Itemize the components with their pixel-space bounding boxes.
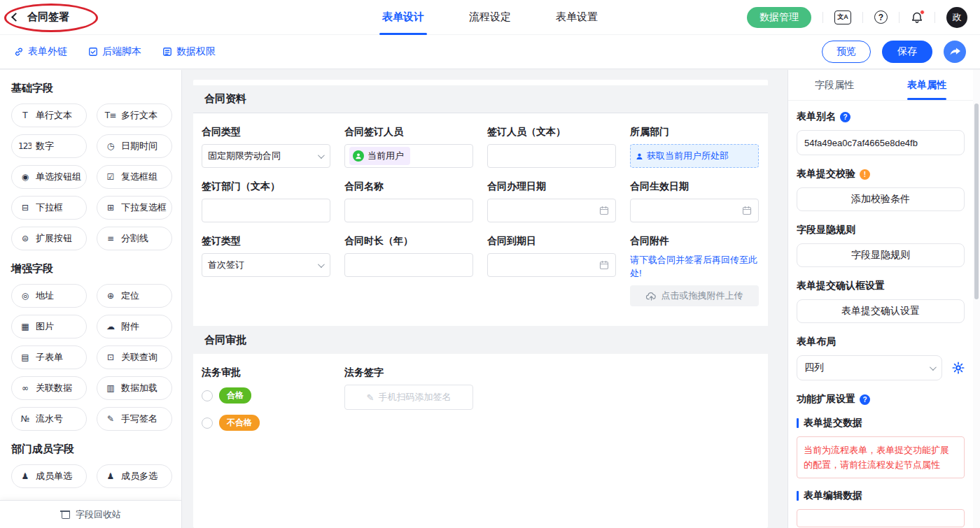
radio-icon[interactable] bbox=[202, 390, 213, 401]
field-effective-date: 合同生效日期 bbox=[630, 168, 759, 222]
data-permission-label: 数据权限 bbox=[176, 45, 216, 58]
back-icon[interactable] bbox=[11, 13, 20, 22]
help-circle-icon[interactable]: ? bbox=[840, 112, 850, 122]
field-type-attachment[interactable]: ☁附件 bbox=[97, 315, 172, 338]
field-label: 合同类型 bbox=[202, 126, 330, 138]
sign-type-select[interactable]: 首次签订 bbox=[202, 253, 330, 277]
field-sign-type: 签订类型 首次签订 bbox=[202, 222, 330, 306]
field-type-datetime[interactable]: ◷日期时间 bbox=[97, 134, 172, 158]
tab-form-setting[interactable]: 表单设置 bbox=[553, 0, 601, 35]
share-button[interactable] bbox=[944, 41, 966, 63]
data-permission-button[interactable]: 数据权限 bbox=[162, 45, 216, 58]
field-label: 合同到期日 bbox=[487, 235, 616, 248]
field-type-address[interactable]: ◎地址 bbox=[11, 284, 87, 308]
form-toolbar: 表单外链 后端脚本 数据权限 预览 保存 bbox=[0, 35, 980, 69]
signer-text-input[interactable] bbox=[487, 144, 616, 168]
radio-option-fail[interactable]: 不合格 bbox=[202, 415, 330, 431]
validate-label: 表单提交校验 bbox=[797, 168, 855, 180]
edit-data-section: 表单编辑数据 bbox=[797, 490, 965, 502]
duration-input[interactable] bbox=[344, 253, 473, 277]
field-label: 合同附件 bbox=[630, 235, 759, 248]
translate-icon[interactable]: 文A bbox=[834, 10, 851, 24]
attachment-upload-button[interactable]: 点击或拖拽附件上传 bbox=[630, 285, 759, 306]
data-manage-button[interactable]: 数据管理 bbox=[747, 7, 811, 28]
help-icon[interactable]: ? bbox=[874, 10, 888, 24]
section-title-basic-fields: 基础字段 bbox=[0, 70, 181, 104]
contract-type-select[interactable]: 固定期限劳动合同 bbox=[202, 144, 330, 168]
visibility-rules-button[interactable]: 字段显隐规则 bbox=[797, 243, 965, 267]
radio-icon[interactable] bbox=[202, 418, 213, 429]
field-type-multi-line-text[interactable]: T≡多行文本 bbox=[97, 104, 172, 127]
field-label: 合同办理日期 bbox=[487, 180, 616, 193]
field-type-label: 数字 bbox=[36, 140, 54, 152]
field-recycle-bin[interactable]: 字段回收站 bbox=[0, 500, 181, 528]
save-button[interactable]: 保存 bbox=[882, 41, 932, 63]
field-type-image[interactable]: ▦图片 bbox=[11, 315, 87, 338]
form-alias-input[interactable] bbox=[797, 130, 965, 155]
select-value: 固定期限劳动合同 bbox=[208, 150, 281, 162]
layout-select[interactable]: 四列 bbox=[797, 355, 942, 380]
effective-date-input[interactable] bbox=[630, 199, 759, 222]
tab-form-design[interactable]: 表单设计 bbox=[379, 0, 427, 35]
field-type-radio-group[interactable]: ◉单选按钮组 bbox=[11, 165, 87, 189]
extension-label: 功能扩展设置 bbox=[797, 393, 855, 406]
field-type-handwritten-signature[interactable]: ✎手写签名 bbox=[97, 407, 172, 431]
contract-name-input[interactable] bbox=[344, 199, 473, 222]
submit-confirm-button[interactable]: 表单提交确认设置 bbox=[797, 299, 965, 323]
field-department: 所属部门 获取当前用户所处部 bbox=[630, 113, 759, 168]
field-type-checkbox-group[interactable]: ☑复选框组 bbox=[97, 165, 172, 189]
field-type-member-multi[interactable]: ♟成员多选 bbox=[97, 464, 172, 488]
field-type-label: 多行文本 bbox=[121, 109, 158, 122]
gear-icon[interactable] bbox=[952, 362, 965, 374]
field-type-divider[interactable]: ≡分割线 bbox=[97, 227, 172, 250]
field-type-single-line-text[interactable]: T单行文本 bbox=[11, 104, 87, 127]
field-type-data-load[interactable]: ▥数据加载 bbox=[97, 376, 172, 400]
signer-member-field[interactable]: 当前用户 bbox=[344, 144, 473, 168]
divider bbox=[862, 12, 863, 23]
expire-date-input[interactable] bbox=[487, 253, 616, 277]
add-validation-button[interactable]: 添加校验条件 bbox=[797, 187, 965, 211]
field-type-label: 数据加载 bbox=[121, 382, 158, 394]
external-link-button[interactable]: 表单外链 bbox=[14, 45, 67, 58]
help-circle-icon[interactable]: ? bbox=[860, 394, 870, 405]
field-type-location[interactable]: ⊕定位 bbox=[97, 284, 172, 308]
members-icon: ♟ bbox=[104, 471, 117, 481]
field-type-subform[interactable]: ▤子表单 bbox=[11, 345, 87, 369]
link-icon bbox=[14, 47, 24, 57]
signature-placeholder[interactable]: ✎ 手机扫码添加签名 bbox=[344, 385, 473, 410]
field-type-extend-button[interactable]: ⊜扩展按钮 bbox=[11, 227, 87, 250]
department-auto-value[interactable]: 获取当前用户所处部 bbox=[630, 144, 759, 168]
scrollbar-thumb[interactable] bbox=[974, 104, 979, 299]
sign-dept-input[interactable] bbox=[202, 199, 330, 222]
dropdown-icon: ⊟ bbox=[18, 203, 31, 213]
warning-circle-icon[interactable]: ! bbox=[860, 169, 870, 180]
field-type-label: 附件 bbox=[121, 320, 139, 333]
layout-select-value: 四列 bbox=[804, 362, 824, 374]
backend-script-button[interactable]: 后端脚本 bbox=[88, 45, 141, 58]
divider-icon: ≡ bbox=[104, 234, 117, 243]
field-sign-dept-text: 签订部门（文本） bbox=[202, 168, 330, 222]
radio-option-pass[interactable]: 合格 bbox=[202, 387, 330, 404]
handle-date-input[interactable] bbox=[487, 199, 616, 222]
field-type-serial-number[interactable]: №流水号 bbox=[11, 407, 87, 431]
user-avatar[interactable]: 政 bbox=[946, 7, 967, 28]
preview-button[interactable]: 预览 bbox=[822, 41, 871, 63]
tab-flow-setting[interactable]: 流程设定 bbox=[466, 0, 514, 35]
tab-field-properties[interactable]: 字段属性 bbox=[788, 70, 881, 100]
field-type-multi-dropdown[interactable]: ⊞下拉复选框 bbox=[97, 196, 172, 220]
field-type-member-single[interactable]: ♟成员单选 bbox=[11, 464, 87, 488]
notification-bell-icon[interactable] bbox=[911, 11, 923, 24]
field-type-linked-query[interactable]: ⊡关联查询 bbox=[97, 345, 172, 369]
field-type-dropdown[interactable]: ⊟下拉框 bbox=[11, 196, 87, 220]
field-label: 法务审批 bbox=[202, 366, 330, 379]
data-load-icon: ▥ bbox=[104, 383, 117, 393]
attachment-hint-link[interactable]: 请下载合同并签署后再回传至此处! bbox=[630, 253, 759, 280]
field-type-linked-data[interactable]: ∞关联数据 bbox=[11, 376, 87, 400]
field-type-number[interactable]: 123数字 bbox=[11, 134, 87, 158]
section-title-member-fields: 部门成员字段 bbox=[0, 431, 181, 464]
group-header-contract-info: 合同资料 bbox=[193, 85, 768, 113]
scrollbar-track[interactable] bbox=[973, 70, 980, 528]
location-icon: ⊕ bbox=[104, 291, 117, 301]
layout-label-row: 表单布局 bbox=[797, 336, 965, 348]
tab-form-properties[interactable]: 表单属性 bbox=[881, 70, 973, 100]
